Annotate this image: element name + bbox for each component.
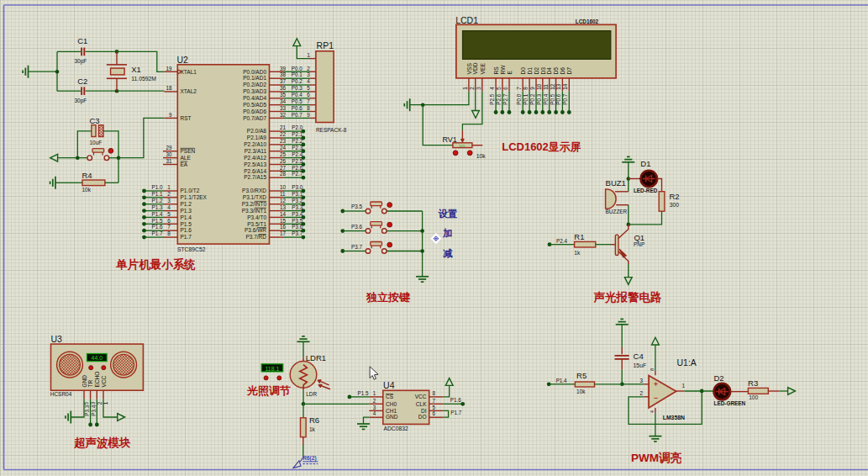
svg-text:P2.6: P2.6 (292, 165, 302, 171)
svg-text:5: 5 (167, 211, 171, 217)
svg-text:BUZZER: BUZZER (606, 209, 628, 214)
svg-text:37: 37 (280, 78, 287, 84)
svg-text:单片机最小系统: 单片机最小系统 (115, 257, 196, 271)
svg-text:27: 27 (280, 165, 287, 171)
svg-text:18: 18 (166, 85, 172, 91)
svg-text:P0.5: P0.5 (292, 98, 302, 104)
svg-text:P3.0/RXD: P3.0/RXD (242, 188, 266, 193)
svg-text:1: 1 (373, 390, 376, 396)
svg-text:P3.5/T1: P3.5/T1 (247, 221, 266, 227)
svg-text:P0.2: P0.2 (292, 78, 302, 84)
svg-text:8: 8 (433, 390, 436, 396)
svg-text:P1.7: P1.7 (450, 410, 461, 415)
svg-text:10k: 10k (82, 187, 92, 193)
svg-text:30pF: 30pF (75, 98, 87, 104)
svg-text:P2.7: P2.7 (292, 171, 302, 177)
svg-text:P0.7/AD7: P0.7/AD7 (243, 115, 266, 121)
svg-text:D2: D2 (534, 67, 539, 75)
svg-text:10k: 10k (476, 153, 487, 159)
svg-text:P2.1/A9: P2.1/A9 (247, 135, 267, 140)
svg-text:28: 28 (280, 171, 287, 177)
svg-text:P1.5: P1.5 (181, 221, 192, 227)
svg-text:P3.2: P3.2 (292, 198, 302, 204)
svg-text:P0.3: P0.3 (536, 93, 542, 104)
svg-text:独立按键: 独立按键 (366, 291, 410, 304)
svg-text:ECHO: ECHO (94, 372, 100, 388)
svg-text:D0: D0 (520, 67, 526, 75)
svg-text:XTAL2: XTAL2 (181, 88, 197, 94)
svg-text:+: + (654, 380, 658, 389)
svg-text:RW: RW (500, 65, 506, 75)
svg-text:P2.5: P2.5 (292, 158, 302, 164)
svg-text:CH0: CH0 (386, 401, 397, 407)
svg-text:C2: C2 (77, 77, 87, 86)
svg-text:D5: D5 (553, 67, 559, 75)
svg-text:P2.2/A10: P2.2/A10 (244, 141, 266, 147)
svg-text:6: 6 (307, 92, 310, 98)
svg-text:5: 5 (496, 87, 502, 90)
svg-text:P3.7/RD: P3.7/RD (245, 234, 266, 240)
svg-text:减: 减 (443, 248, 453, 258)
svg-text:19: 19 (166, 66, 172, 71)
svg-text:VSS: VSS (466, 63, 472, 75)
svg-text:P1.6: P1.6 (450, 397, 461, 403)
svg-text:P0.6: P0.6 (555, 93, 561, 104)
svg-text:P3.6/WR: P3.6/WR (245, 227, 266, 233)
svg-text:P3.7: P3.7 (351, 244, 362, 250)
svg-text:RP1: RP1 (317, 40, 334, 50)
svg-text:23: 23 (280, 138, 287, 144)
svg-text:44.0: 44.0 (91, 355, 103, 361)
svg-text:LDR: LDR (306, 391, 317, 397)
svg-text:P1.3: P1.3 (152, 204, 163, 210)
svg-text:7: 7 (516, 87, 522, 90)
svg-text:C4: C4 (634, 352, 644, 361)
svg-text:P1.5: P1.5 (358, 390, 369, 396)
svg-text:声光报警电路: 声光报警电路 (593, 291, 663, 304)
svg-text:P2.4: P2.4 (556, 238, 567, 244)
svg-text:ADC0832: ADC0832 (383, 426, 408, 431)
svg-text:P0.1/AD1: P0.1/AD1 (243, 75, 266, 81)
svg-text:P0.4/AD4: P0.4/AD4 (243, 95, 266, 101)
svg-text:11.0592M: 11.0592M (131, 76, 156, 82)
svg-text:P1.4: P1.4 (152, 211, 163, 217)
svg-text:22: 22 (280, 131, 287, 137)
svg-text:31: 31 (166, 158, 172, 164)
svg-text:6: 6 (167, 218, 171, 224)
svg-text:11: 11 (543, 84, 549, 90)
svg-text:D1: D1 (527, 67, 533, 75)
svg-text:P0.3/AD3: P0.3/AD3 (243, 88, 266, 94)
svg-text:34: 34 (280, 98, 287, 104)
svg-text:7: 7 (167, 224, 171, 230)
svg-text:17: 17 (280, 230, 287, 236)
svg-text:P0.5: P0.5 (550, 93, 555, 104)
svg-text:D1: D1 (640, 159, 650, 168)
svg-text:P2.0: P2.0 (292, 124, 302, 130)
svg-text:3: 3 (373, 405, 376, 410)
svg-text:P1.1: P1.1 (152, 191, 163, 197)
svg-text:12: 12 (280, 198, 287, 204)
svg-text:STC89C52: STC89C52 (177, 246, 206, 252)
svg-text:P0.2/AD2: P0.2/AD2 (243, 82, 266, 87)
svg-text:9: 9 (307, 112, 310, 118)
svg-text:CH1: CH1 (386, 408, 397, 414)
svg-text:39: 39 (280, 66, 287, 71)
svg-text:2: 2 (373, 398, 376, 404)
svg-text:P1.6: P1.6 (152, 224, 163, 230)
svg-text:9: 9 (169, 112, 172, 118)
svg-text:12: 12 (550, 83, 555, 90)
svg-text:P1.2: P1.2 (181, 201, 192, 207)
svg-text:D6: D6 (560, 67, 566, 75)
svg-text:2: 2 (307, 66, 310, 71)
svg-text:C1: C1 (77, 36, 87, 45)
svg-text:14: 14 (562, 83, 568, 90)
svg-text:U1:A: U1:A (677, 357, 697, 368)
svg-text:21: 21 (280, 124, 287, 130)
svg-text:2: 2 (639, 390, 643, 396)
svg-text:RESPACK-8: RESPACK-8 (316, 127, 347, 133)
svg-text:13: 13 (555, 83, 561, 90)
svg-text:P2.2: P2.2 (292, 138, 302, 144)
svg-text:P3.5: P3.5 (351, 204, 362, 209)
svg-text:P3.3: P3.3 (84, 405, 90, 415)
svg-text:U3: U3 (51, 334, 63, 344)
svg-text:6: 6 (433, 410, 436, 416)
